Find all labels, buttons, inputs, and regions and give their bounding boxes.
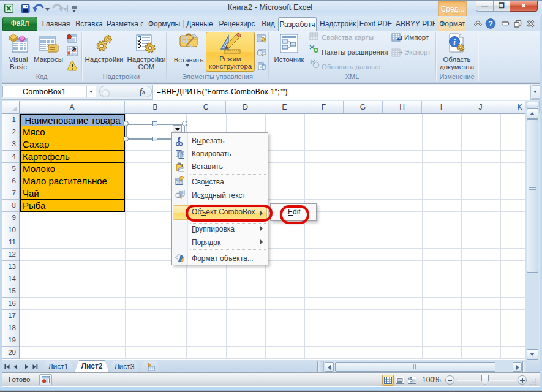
svg-text:?: ? (488, 20, 493, 28)
svg-text:i: i (453, 37, 456, 47)
